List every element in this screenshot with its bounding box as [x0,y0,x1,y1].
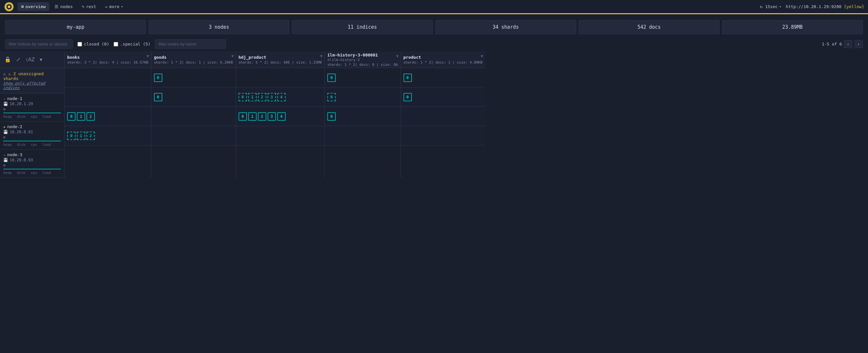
next-page-button[interactable]: › [855,40,863,48]
shard-badge[interactable]: 2 [258,112,266,121]
nav-rest[interactable]: ✎ rest [78,2,100,11]
shard-badge[interactable]: 3 [268,112,276,121]
node-2-metrics: heap disk cpu load [3,141,61,147]
shard-badge[interactable]: 0 [154,73,162,82]
shard-badge-dashed[interactable]: 2 [258,93,266,101]
product-node1-cell: 0 [401,88,485,107]
product-name: product [403,55,483,60]
shard-badge-dashed[interactable]: 4 [277,93,286,101]
node-2-gear-icon: ⚙ [3,135,61,139]
node-2-ip: 💾 10.20.0.91 [3,130,61,134]
nav-nodes[interactable]: ☰ nodes [51,2,76,11]
index-goods: ▼ goods shards: 1 * 2| docs: 1 | size: 6… [151,51,236,178]
endpoint-display: http://10.20.1.29:9200 [yellow] [786,4,864,9]
disk3-icon: 💾 [3,158,8,162]
index-product: ▼ product shards: 1 * 2| docs: 1 | size:… [401,51,485,178]
index-goods-header[interactable]: ▼ goods shards: 1 * 2| docs: 1 | size: 6… [151,51,236,68]
shard-badge-dashed[interactable]: 3 [268,93,276,101]
index-product-header[interactable]: ▼ product shards: 1 * 2| docs: 1 | size:… [401,51,485,68]
stat-docs[interactable]: 542 docs [579,20,719,34]
goods-name: goods [154,55,233,60]
docs-count: 542 docs [638,24,661,30]
hdj-arrow-icon: ▼ [320,54,322,58]
unlock-icon[interactable]: 🔓 [3,55,12,64]
stat-cluster[interactable]: my-app [5,20,146,34]
stat-indices[interactable]: 11 indices [292,20,433,34]
stat-shards[interactable]: 34 shards [435,20,576,34]
shard-badge[interactable]: 0 [403,73,412,82]
stat-size[interactable]: 23.89MB [722,20,863,34]
refresh-label: ↻ 15sec [760,4,778,9]
node-3-gear-icon: ⚙ [3,163,61,167]
special-checkbox[interactable] [114,42,118,46]
node-3-ip-value: 10.20.0.93 [10,158,33,162]
node-3-name-label: node-3 [7,152,22,157]
stat-nodes[interactable]: 3 nodes [149,20,289,34]
nodes-filter-input[interactable] [155,39,226,49]
refresh-control[interactable]: ↻ 15sec ▾ [760,4,781,9]
index-ilm-header[interactable]: ▼ ilm-history-3-000001 🏷 ilm-history-3 s… [325,51,401,68]
node-3-load: load [42,171,51,175]
closed-checkbox[interactable] [78,42,82,46]
shard-badge-dashed[interactable]: 1 [77,132,85,140]
show-affected-link[interactable]: show only affected indices [3,81,61,90]
shard-badge[interactable]: 1 [248,112,257,121]
books-arrow-icon: ▼ [147,54,149,58]
ilm-node1-cell: 0 [325,88,401,107]
shard-badge[interactable]: 0 [154,93,162,101]
goods-node1-cell: 0 [151,88,236,107]
warning-icon: ⚠ [3,71,6,76]
shard-badge[interactable]: 0 [239,112,247,121]
node-2-load: load [42,142,51,147]
node-3-row: ☆ node-3 💾 10.20.0.93 ⚙ heap disk cpu lo… [0,150,64,178]
shard-badge-dashed[interactable]: 0 [239,93,247,101]
nodes-sidebar: 🔓 ⤢ ↕AZ ▾ ⚠ ⚠ 2 unassigned shards show o… [0,51,65,178]
closed-filter[interactable]: closed (0) [78,42,109,46]
sort-dropdown-icon[interactable]: ▾ [38,55,43,64]
books-node3-cell: 0 1 2 [65,126,151,146]
hdj-node2-cell: 0 1 2 3 4 [236,107,324,126]
index-books-header[interactable]: ▼ books shards: 3 * 2| docs: 4 | size: 1… [65,51,151,68]
endpoint-url: http://10.20.1.29:9200 [786,4,841,9]
prev-page-button[interactable]: ‹ [844,40,852,48]
unassigned-row: ⚠ ⚠ 2 unassigned shards show only affect… [0,68,64,94]
shard-badge[interactable]: 1 [77,112,85,121]
expand-icon[interactable]: ⤢ [15,55,22,64]
node-2-name: ★ node-2 [3,124,61,129]
sort-az-icon[interactable]: ↕AZ [24,56,36,64]
node-3-heap: heap [3,171,12,175]
node-2-disk: disk [17,142,26,147]
topnav: ⊞ overview ☰ nodes ✎ rest ✏ more ▾ ↻ 15s… [0,0,868,14]
shard-badge[interactable]: 4 [277,112,286,121]
hdj-node1-cell: 0 1 2 3 4 [236,88,324,107]
shard-badge-dashed[interactable]: 0 [67,132,75,140]
cluster-name: my-app [67,24,84,30]
node-3-star-icon: ☆ [3,153,5,157]
indices-filter-input[interactable] [5,39,73,49]
node-1-star-icon: ☆ [3,96,5,101]
main-grid: 🔓 ⤢ ↕AZ ▾ ⚠ ⚠ 2 unassigned shards show o… [0,51,868,178]
nodes-sort-header: 🔓 ⤢ ↕AZ ▾ [0,51,64,68]
nav-more[interactable]: ✏ more ▾ [101,2,127,11]
node-1-metrics: heap disk cpu load [3,113,61,119]
shard-badge[interactable]: 0 [327,73,336,82]
nodes-count: 3 nodes [209,24,229,30]
shard-badge-dashed[interactable]: 0 [327,93,336,101]
node-1-disk: disk [17,115,26,119]
shard-badge[interactable]: 0 [67,112,75,121]
goods-stats: shards: 1 * 2| docs: 1 | size: 6.20KB [154,60,233,65]
shard-badge-dashed[interactable]: 2 [87,132,95,140]
filter-row: closed (0) .special (5) 1-5 of 6 ‹ › [0,38,868,51]
books-name: books [67,55,149,60]
shard-badge[interactable]: 2 [87,112,95,121]
index-hdj-product-header[interactable]: ▼ hdj_product shards: 5 * 2| docs: 486 |… [236,51,324,68]
logo[interactable] [4,2,14,12]
special-filter[interactable]: .special (5) [114,42,150,46]
shard-badge[interactable]: 0 [327,112,336,121]
shard-badge[interactable]: 0 [403,93,412,101]
nav-overview[interactable]: ⊞ overview [18,2,50,11]
node-2-ip-value: 10.20.0.91 [10,130,33,134]
nodes-label: nodes [60,4,73,9]
index-hdj-product: ▼ hdj_product shards: 5 * 2| docs: 486 |… [236,51,325,178]
shard-badge-dashed[interactable]: 1 [248,93,257,101]
